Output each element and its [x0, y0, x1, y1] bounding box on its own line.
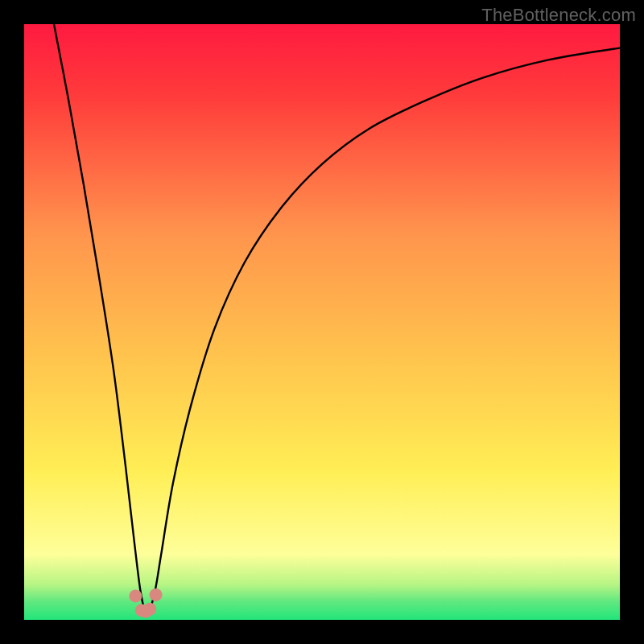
- bottleneck-curve: [54, 24, 620, 613]
- threshold-marker: [150, 588, 163, 601]
- watermark-text: TheBottleneck.com: [481, 5, 636, 26]
- threshold-marker: [129, 589, 142, 602]
- threshold-marker: [143, 603, 156, 616]
- threshold-markers: [129, 588, 162, 618]
- plot-area: [24, 24, 620, 620]
- chart-svg: [24, 24, 620, 620]
- outer-frame: TheBottleneck.com: [0, 0, 644, 644]
